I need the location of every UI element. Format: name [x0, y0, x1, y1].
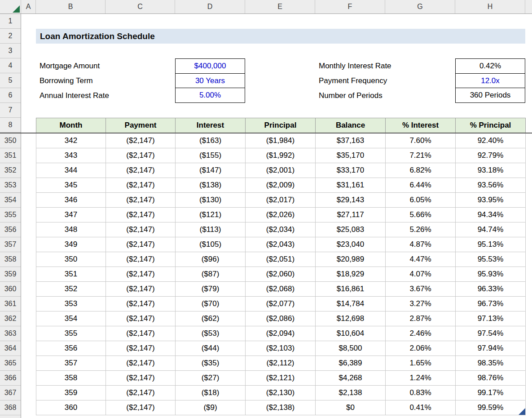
- row-header-7[interactable]: 7: [0, 103, 21, 118]
- label-mortgage-amount[interactable]: Mortgage Amount: [40, 58, 100, 73]
- table-cell[interactable]: ($2,147): [106, 400, 176, 415]
- table-cell[interactable]: ($87): [176, 267, 246, 282]
- table-cell[interactable]: 358: [36, 371, 106, 386]
- row-header-361[interactable]: 361: [0, 297, 21, 311]
- table-cell[interactable]: 2.87%: [386, 311, 456, 326]
- table-cell[interactable]: 94.74%: [456, 222, 526, 237]
- row-header-8[interactable]: 8: [0, 118, 21, 133]
- label-payment-frequency[interactable]: Payment Frequency: [319, 73, 387, 88]
- table-cell[interactable]: $10,604: [316, 326, 386, 341]
- row-header-359[interactable]: 359: [0, 267, 21, 282]
- table-cell[interactable]: ($2,103): [246, 341, 316, 356]
- row-header-365[interactable]: 365: [0, 356, 21, 371]
- table-cell[interactable]: ($2,147): [106, 326, 176, 341]
- table-header-principal[interactable]: % Principal: [456, 118, 526, 133]
- table-cell[interactable]: 2.06%: [386, 341, 456, 356]
- table-cell[interactable]: ($130): [176, 193, 246, 208]
- table-cell[interactable]: ($2,147): [106, 267, 176, 282]
- table-cell[interactable]: ($2,068): [246, 282, 316, 297]
- table-cell[interactable]: ($70): [176, 297, 246, 311]
- select-all-corner[interactable]: [0, 0, 21, 13]
- table-cell[interactable]: 99.59%: [456, 400, 526, 415]
- table-cell[interactable]: ($27): [176, 371, 246, 386]
- table-cell[interactable]: 93.95%: [456, 193, 526, 208]
- table-cell[interactable]: ($2,147): [106, 148, 176, 163]
- row-header-358[interactable]: 358: [0, 252, 21, 267]
- table-cell[interactable]: 342: [36, 133, 106, 148]
- table-cell[interactable]: $14,784: [316, 297, 386, 311]
- annual-interest-rate-value-cell[interactable]: 5.00%: [176, 88, 245, 102]
- table-cell[interactable]: 95.93%: [456, 267, 526, 282]
- row-header-4[interactable]: 4: [0, 58, 21, 73]
- table-cell[interactable]: ($44): [176, 341, 246, 356]
- row-header-354[interactable]: 354: [0, 193, 21, 208]
- row-header-350[interactable]: 350: [0, 133, 21, 148]
- table-cell[interactable]: ($2,077): [246, 297, 316, 311]
- row-header-356[interactable]: 356: [0, 222, 21, 237]
- sheet-title-cell[interactable]: Loan Amortization Schedule: [36, 29, 525, 44]
- table-cell[interactable]: ($2,147): [106, 356, 176, 371]
- table-cell[interactable]: ($2,147): [106, 341, 176, 356]
- column-header-F[interactable]: F: [315, 0, 385, 13]
- table-cell[interactable]: 99.17%: [456, 386, 526, 400]
- table-cell[interactable]: $31,161: [316, 178, 386, 193]
- table-cell[interactable]: $27,117: [316, 208, 386, 222]
- table-cell[interactable]: ($121): [176, 208, 246, 222]
- row-header-352[interactable]: 352: [0, 163, 21, 178]
- table-cell[interactable]: ($2,130): [246, 386, 316, 400]
- table-cell[interactable]: 353: [36, 297, 106, 311]
- table-cell[interactable]: $37,163: [316, 133, 386, 148]
- table-cell[interactable]: 352: [36, 282, 106, 297]
- table-cell[interactable]: ($2,147): [106, 311, 176, 326]
- row-header-351[interactable]: 351: [0, 148, 21, 163]
- table-cell[interactable]: ($35): [176, 356, 246, 371]
- table-cell[interactable]: $23,040: [316, 237, 386, 252]
- table-cell[interactable]: ($2,138): [246, 400, 316, 415]
- table-cell[interactable]: 4.87%: [386, 237, 456, 252]
- table-cell[interactable]: 349: [36, 237, 106, 252]
- table-cell[interactable]: 92.79%: [456, 148, 526, 163]
- table-cell[interactable]: $4,268: [316, 371, 386, 386]
- row-header-2[interactable]: 2: [0, 29, 21, 44]
- table-cell[interactable]: ($147): [176, 163, 246, 178]
- table-cell[interactable]: ($2,034): [246, 222, 316, 237]
- table-cell[interactable]: 350: [36, 252, 106, 267]
- row-header-355[interactable]: 355: [0, 208, 21, 222]
- label-annual-interest-rate[interactable]: Annual Interest Rate: [40, 88, 109, 103]
- table-cell[interactable]: ($138): [176, 178, 246, 193]
- table-header-payment[interactable]: Payment: [106, 118, 176, 133]
- table-cell[interactable]: ($2,147): [106, 208, 176, 222]
- table-cell[interactable]: $2,138: [316, 386, 386, 400]
- borrowing-term-value-cell[interactable]: 30 Years: [176, 73, 245, 88]
- table-cell[interactable]: 343: [36, 148, 106, 163]
- table-cell[interactable]: ($2,001): [246, 163, 316, 178]
- table-header-balance[interactable]: Balance: [316, 118, 386, 133]
- column-header-G[interactable]: G: [385, 0, 455, 13]
- table-cell[interactable]: $6,389: [316, 356, 386, 371]
- table-cell[interactable]: 7.60%: [386, 133, 456, 148]
- table-cell[interactable]: 3.67%: [386, 282, 456, 297]
- table-cell[interactable]: ($113): [176, 222, 246, 237]
- row-header-363[interactable]: 363: [0, 326, 21, 341]
- table-cell[interactable]: $18,929: [316, 267, 386, 282]
- column-header-E[interactable]: E: [245, 0, 315, 13]
- table-cell[interactable]: ($2,043): [246, 237, 316, 252]
- table-cell[interactable]: ($62): [176, 311, 246, 326]
- table-cell[interactable]: ($79): [176, 282, 246, 297]
- table-cell[interactable]: ($2,147): [106, 163, 176, 178]
- table-cell[interactable]: 5.26%: [386, 222, 456, 237]
- table-cell[interactable]: 357: [36, 356, 106, 371]
- table-cell[interactable]: 6.82%: [386, 163, 456, 178]
- table-cell[interactable]: 98.35%: [456, 356, 526, 371]
- table-cell[interactable]: ($53): [176, 326, 246, 341]
- table-cell[interactable]: 6.05%: [386, 193, 456, 208]
- table-cell[interactable]: ($2,017): [246, 193, 316, 208]
- payment-frequency-value-cell[interactable]: 12.0x: [456, 73, 525, 88]
- table-cell[interactable]: ($2,147): [106, 386, 176, 400]
- row-header-368[interactable]: 368: [0, 400, 21, 415]
- table-cell[interactable]: $29,143: [316, 193, 386, 208]
- table-cell[interactable]: ($2,112): [246, 356, 316, 371]
- row-header-353[interactable]: 353: [0, 178, 21, 193]
- table-cell[interactable]: ($18): [176, 386, 246, 400]
- table-cell[interactable]: $35,170: [316, 148, 386, 163]
